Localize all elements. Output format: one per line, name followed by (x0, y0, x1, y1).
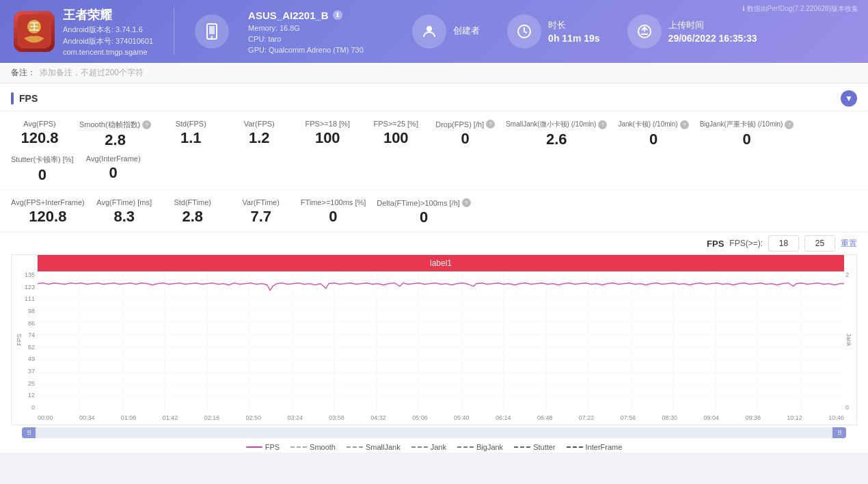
device-icon (195, 14, 229, 49)
app-icon: 王 (14, 11, 55, 52)
title-bar-accent (11, 92, 14, 105)
upload-text: 上传时间 29/06/2022 16:35:33 (668, 19, 757, 44)
perfdog-note: ℹ 数据由PerfDog(7.2.220628)版本收集 (742, 4, 858, 14)
upload-stat: 上传时间 29/06/2022 16:35:33 (627, 14, 757, 49)
duration-text: 时长 0h 11m 19s (548, 19, 600, 44)
stat-stutter: Stutter(卡顿率) [%] 0 (11, 152, 85, 187)
stats-row-2: Avg(FPS+InterFrame) 120.8 Avg(FTime) [ms… (0, 190, 868, 232)
app-info: 王 王者荣耀 Android版本名: 3.74.1.6 Android版本号: … (14, 7, 153, 56)
legend-jank: Jank (411, 443, 446, 451)
device-name: ASUS_AI2201_B ℹ (248, 10, 385, 21)
chart-container: FPS FPS(>=): 重置 label1 135 123 111 98 86… (0, 232, 868, 453)
stat-jank: Jank(卡顿) (/10min) ? 0 (618, 117, 699, 152)
chart-y-label-jank: Jank (845, 333, 852, 346)
notes-bar: 备注： 添加备注，不超过200个字符 (0, 63, 868, 83)
smooth-help-icon[interactable]: ? (142, 120, 151, 129)
stat-avg-fps-interframe: Avg(FPS+InterFrame) 120.8 (11, 196, 96, 229)
app-icon-image: 王 (14, 11, 55, 52)
divider-1 (174, 8, 174, 55)
header: ℹ 数据由PerfDog(7.2.220628)版本收集 王 王者荣耀 Andr… (0, 0, 868, 63)
stat-avg-ftime: Avg(FTime) [ms] 8.3 (96, 196, 164, 229)
stat-avg-fps: Avg(FPS) 120.8 (11, 117, 79, 152)
chart-label-band: label1 (38, 255, 844, 271)
duration-icon (507, 14, 541, 49)
fps-section-title: FPS (11, 92, 38, 105)
app-android-code: Android版本号: 374010601 (63, 36, 153, 46)
legend-fps: FPS (246, 443, 280, 451)
device-gpu: GPU: Qualcomm Adreno (TM) 730 (248, 46, 385, 54)
jank-help-icon[interactable]: ? (680, 120, 689, 129)
fps-threshold2-input[interactable] (804, 235, 835, 252)
stat-std-ftime: Std(FTime) 2.8 (164, 196, 232, 229)
stat-avg-interframe: Avg(InterFrame) 0 (85, 152, 153, 187)
device-info: ASUS_AI2201_B ℹ Memory: 16.8G CPU: taro … (248, 10, 385, 54)
chart-plot-area (38, 271, 844, 411)
legend-smalljank: SmallJank (347, 443, 401, 451)
stats-row-1: Avg(FPS) 120.8 Smooth(稳帧指数) ? 2.8 Std(FP… (0, 111, 868, 190)
creator-stat: 创建者 (412, 14, 480, 49)
legend-smalljank-line (347, 446, 363, 448)
legend-smooth-line (290, 446, 307, 448)
legend-smooth: Smooth (290, 443, 336, 451)
svg-text:王: 王 (29, 21, 40, 32)
device-cpu: CPU: taro (248, 35, 385, 43)
fps-gte-label: FPS(>=): (729, 239, 763, 248)
stat-smooth: Smooth(稳帧指数) ? 2.8 (79, 117, 162, 152)
chart-svg (38, 271, 844, 411)
chart-x-axis: 00:00 00:34 01:08 01:42 02:16 02:50 03:2… (38, 411, 844, 425)
expand-button[interactable]: ▼ (841, 90, 857, 107)
stat-fps18: FPS>=18 [%] 100 (299, 117, 367, 152)
fps-section-header: FPS ▼ (0, 83, 868, 111)
device-info-icon[interactable]: ℹ (333, 10, 342, 20)
stat-delta-ftime: Delta(FTime)>100ms [/h] ? 0 (377, 196, 482, 229)
stat-var-fps: Var(FPS) 1.2 (230, 117, 299, 152)
creator-text: 创建者 (453, 25, 480, 38)
bigjank-help-icon[interactable]: ? (785, 120, 794, 129)
legend-stutter-line (514, 446, 530, 448)
chart-scrollbar[interactable]: ⠿ ⠿ (22, 427, 846, 438)
drop-help-icon[interactable]: ? (486, 120, 495, 129)
chart-y-label-fps: FPS (16, 334, 23, 346)
legend-fps-line (246, 446, 262, 448)
device-memory: Memory: 16.8G (248, 24, 385, 32)
duration-stat: 时长 0h 11m 19s (507, 14, 600, 49)
scrollbar-left-handle[interactable]: ⠿ (22, 427, 36, 438)
fps-threshold1-input[interactable] (768, 235, 799, 252)
legend-stutter: Stutter (514, 443, 555, 451)
chart-controls: FPS FPS(>=): 重置 (11, 232, 857, 254)
svg-rect-4 (209, 26, 215, 34)
svg-point-5 (211, 36, 213, 38)
stat-ftime100: FTime>=100ms [%] 0 (301, 196, 377, 229)
chart-fps-label: FPS (707, 239, 724, 249)
stat-var-ftime: Var(FTime) 7.7 (232, 196, 301, 229)
app-text: 王者荣耀 Android版本名: 3.74.1.6 Android版本号: 37… (63, 7, 153, 56)
scrollbar-right-handle[interactable]: ⠿ (832, 427, 846, 438)
legend-bigjank-line (457, 446, 474, 448)
legend-jank-line (411, 446, 428, 448)
app-android-version: Android版本名: 3.74.1.6 (63, 25, 153, 35)
stat-fps25: FPS>=25 [%] 100 (367, 117, 435, 152)
stat-std-fps: Std(FPS) 1.1 (162, 117, 230, 152)
stat-bigjank: BigJank(严重卡顿) (/10min) ? 0 (700, 117, 805, 152)
chart-legend: FPS Smooth SmallJank Jank BigJank Stutte… (11, 440, 857, 453)
app-name: 王者荣耀 (63, 7, 153, 23)
fps-chart[interactable]: label1 135 123 111 98 86 74 62 49 37 25 … (11, 254, 857, 425)
app-package: com.tencent.tmgp.sgame (63, 48, 153, 56)
notes-label: 备注： (11, 67, 36, 79)
creator-icon (412, 14, 446, 49)
upload-icon (627, 14, 662, 49)
legend-bigjank: BigJank (457, 443, 503, 451)
reset-button[interactable]: 重置 (841, 238, 857, 250)
svg-point-6 (426, 26, 432, 31)
stat-smalljank: SmallJank(微小卡顿) (/10min) ? 2.6 (506, 117, 618, 152)
legend-interframe-line (567, 446, 583, 448)
legend-interframe: InterFrame (567, 443, 623, 451)
stat-drop: Drop(FPS) [/h] ? 0 (435, 117, 506, 152)
notes-input[interactable]: 添加备注，不超过200个字符 (40, 67, 144, 79)
main-content: FPS ▼ Avg(FPS) 120.8 Smooth(稳帧指数) ? 2.8 … (0, 83, 868, 453)
delta-help-icon[interactable]: ? (462, 198, 471, 207)
smalljank-help-icon[interactable]: ? (598, 120, 607, 129)
